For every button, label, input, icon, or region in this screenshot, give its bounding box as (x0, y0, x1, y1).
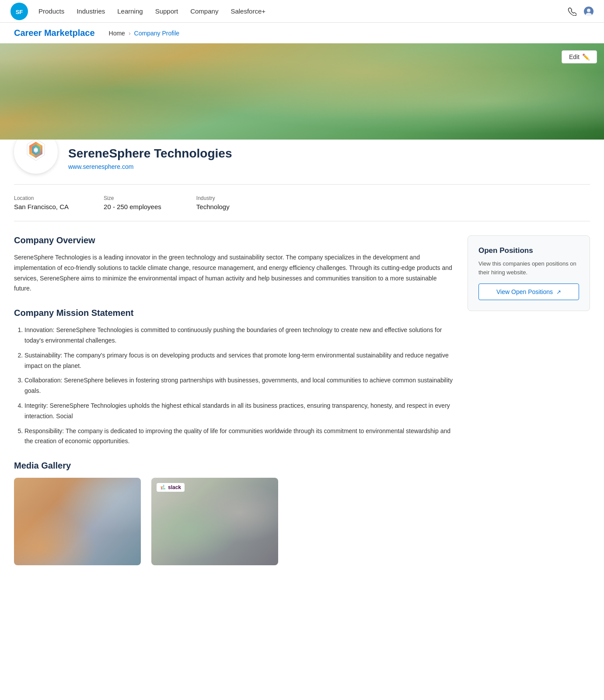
view-open-positions-button[interactable]: View Open Positions ↗ (478, 284, 579, 300)
company-info: SereneSphere Technologies www.serenesphe… (68, 143, 232, 170)
external-link-icon: ↗ (556, 289, 561, 295)
nav-right (567, 7, 594, 16)
edit-button[interactable]: Edit ✏️ (562, 50, 597, 63)
company-name: SereneSphere Technologies (68, 147, 232, 161)
profile-header: SereneSphere Technologies www.serenesphe… (14, 136, 590, 185)
svg-point-4 (586, 13, 592, 17)
content-right: Open Positions View this companies open … (468, 235, 590, 565)
breadcrumb-separator: › (129, 30, 131, 37)
list-item: Responsibility: The company is dedicated… (24, 426, 454, 447)
company-logo (21, 136, 51, 167)
hero-banner-image (0, 43, 604, 140)
app-title: Career Marketplace (14, 28, 95, 38)
industry-label: Industry (196, 195, 230, 201)
media-thumbnail-1 (14, 478, 141, 565)
navigation: SF Products Industries Learning Support … (0, 0, 604, 23)
main-content: Company Overview SereneSphere Technologi… (0, 221, 604, 579)
mission-title: Company Mission Statement (14, 308, 454, 318)
size-value: 20 - 250 employees (104, 203, 161, 210)
list-item: Collaboration: SereneSphere believes in … (24, 375, 454, 396)
svg-point-9 (34, 148, 38, 152)
location-label: Location (14, 195, 69, 201)
hero-banner: Edit ✏️ (0, 43, 604, 140)
list-item: Innovation: SereneSphere Technologies is… (24, 325, 454, 346)
media-grid: slack (14, 478, 454, 565)
nav-salesforce-plus[interactable]: Salesforce+ (230, 7, 265, 15)
size-meta: Size 20 - 250 employees (104, 195, 161, 210)
list-item: Integrity: SereneSphere Technologies uph… (24, 401, 454, 422)
salesforce-logo[interactable]: SF (10, 3, 28, 20)
metadata-row: Location San Francisco, CA Size 20 - 250… (14, 185, 590, 221)
open-positions-description: View this companies open positions on th… (478, 259, 579, 276)
size-label: Size (104, 195, 161, 201)
profile-section: SereneSphere Technologies www.serenesphe… (0, 136, 604, 185)
nav-learning[interactable]: Learning (117, 7, 143, 15)
open-positions-title: Open Positions (478, 246, 579, 255)
edit-button-label: Edit (569, 53, 580, 60)
media-gallery-title: Media Gallery (14, 461, 454, 471)
list-item: Sustainability: The company's primary fo… (24, 350, 454, 371)
nav-products[interactable]: Products (38, 7, 64, 15)
company-overview-text: SereneSphere Technologies is a leading i… (14, 252, 454, 294)
location-meta: Location San Francisco, CA (14, 195, 69, 210)
breadcrumb-bar: Career Marketplace Home › Company Profil… (0, 23, 604, 43)
svg-point-3 (587, 8, 590, 12)
location-value: San Francisco, CA (14, 203, 69, 210)
view-positions-label: View Open Positions (496, 288, 553, 295)
industry-value: Technology (196, 203, 230, 210)
nav-links: Products Industries Learning Support Com… (38, 7, 567, 15)
nav-industries[interactable]: Industries (77, 7, 105, 15)
breadcrumb-current: Company Profile (134, 30, 180, 37)
company-website[interactable]: www.serenesphere.com (68, 163, 133, 170)
breadcrumb-home[interactable]: Home (109, 30, 125, 37)
company-overview-title: Company Overview (14, 235, 454, 245)
edit-pencil-icon: ✏️ (582, 53, 590, 60)
nav-company[interactable]: Company (190, 7, 218, 15)
media-thumbnail-2: slack (151, 478, 278, 565)
svg-text:SF: SF (16, 8, 23, 15)
industry-meta: Industry Technology (196, 195, 230, 210)
media-gallery-section: Media Gallery slack (14, 461, 454, 565)
open-positions-card: Open Positions View this companies open … (468, 235, 590, 311)
user-avatar-icon[interactable] (584, 7, 594, 16)
nav-support[interactable]: Support (155, 7, 178, 15)
phone-icon[interactable] (567, 7, 577, 16)
mission-list: Innovation: SereneSphere Technologies is… (14, 325, 454, 447)
content-left: Company Overview SereneSphere Technologi… (14, 235, 454, 565)
